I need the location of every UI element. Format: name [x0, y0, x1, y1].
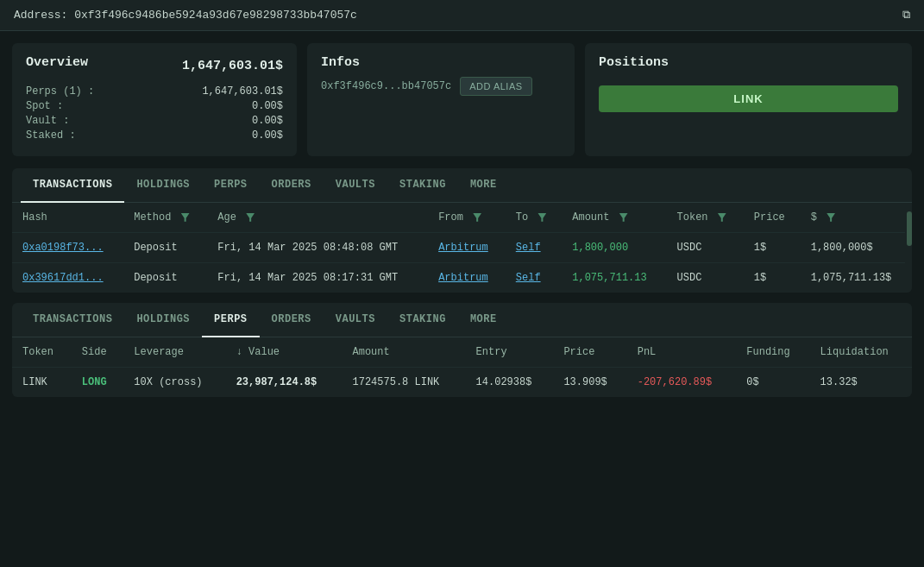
tab-vaults[interactable]: VAULTS: [324, 168, 387, 203]
perp-token-1: LINK: [12, 368, 72, 398]
col-price: Price: [744, 203, 801, 233]
tx-price-2: 1$: [744, 263, 801, 293]
tx-age-1: Fri, 14 Mar 2025 08:48:08 GMT: [207, 233, 428, 263]
token-filter-icon: [718, 213, 726, 222]
perp-price-1: 13.909$: [553, 368, 626, 398]
col-to[interactable]: To: [506, 203, 562, 233]
perps-tab-vaults[interactable]: VAULTS: [324, 303, 387, 337]
perp-side-1: LONG: [72, 368, 124, 398]
add-alias-button[interactable]: ADD ALIAS: [460, 77, 531, 96]
pcol-entry: Entry: [466, 337, 554, 368]
tx-token-1: USDC: [667, 233, 744, 263]
tx-amount-1: 1,800,000: [562, 233, 666, 263]
overview-row-spot: Spot : 0.00$: [26, 100, 283, 112]
tx-hash-1[interactable]: 0xa0198f73...: [12, 233, 123, 263]
perp-liquidation-1: 13.32$: [810, 368, 912, 398]
to-filter-icon: [537, 213, 546, 222]
perps-tab-staking[interactable]: STAKING: [387, 303, 458, 337]
pcol-token: Token: [12, 337, 72, 368]
tx-amount-2: 1,075,711.13: [562, 263, 666, 293]
perp-leverage-1: 10X (cross): [123, 368, 225, 398]
staked-label: Staked :: [26, 129, 76, 142]
tx-price-1: 1$: [744, 233, 801, 263]
transactions-table-wrapper: Hash Method Age From To Amount Token Pri…: [12, 203, 912, 293]
tab-holdings[interactable]: HOLDINGS: [124, 168, 202, 203]
infos-address-row: 0xf3f496c9...bb47057c ADD ALIAS: [321, 77, 561, 96]
spot-value: 0.00$: [252, 100, 283, 112]
overview-title: Overview: [26, 55, 88, 70]
tx-method-1: Deposit: [123, 233, 207, 263]
address-text: Address: 0xf3f496c9486be5924a93d67e98298…: [14, 9, 357, 22]
col-amount[interactable]: Amount: [562, 203, 666, 233]
perps-tab-transactions[interactable]: TRANSACTIONS: [21, 303, 124, 337]
tx-token-2: USDC: [667, 263, 744, 293]
pcol-value[interactable]: ↓ Value: [226, 337, 343, 368]
transactions-tabs: TRANSACTIONS HOLDINGS PERPS ORDERS VAULT…: [12, 168, 912, 203]
perp-entry-1: 14.02938$: [466, 368, 554, 398]
perps-tab-orders[interactable]: ORDERS: [260, 303, 324, 337]
tab-transactions[interactable]: TRANSACTIONS: [21, 168, 124, 203]
table-row: LINK LONG 10X (cross) 23,987,124.8$ 1724…: [12, 368, 912, 398]
perps-label: Perps (1) :: [26, 85, 94, 98]
col-hash: Hash: [12, 203, 123, 233]
scrollbar-track[interactable]: [905, 203, 912, 293]
tx-from-2[interactable]: Arbitrum: [428, 263, 506, 293]
pcol-funding: Funding: [736, 337, 809, 368]
pcol-price: Price: [553, 337, 626, 368]
cards-row: Overview 1,647,603.01$ Perps (1) : 1,647…: [0, 31, 924, 168]
tx-dollar-2: 1,075,711.13$: [801, 263, 912, 293]
perps-tabs: TRANSACTIONS HOLDINGS PERPS ORDERS VAULT…: [12, 303, 912, 337]
perp-pnl-1: -207,620.89$: [627, 368, 737, 398]
table-row: 0xa0198f73... Deposit Fri, 14 Mar 2025 0…: [12, 233, 912, 263]
overview-row-vault: Vault : 0.00$: [26, 115, 283, 127]
infos-title: Infos: [321, 55, 561, 70]
tab-staking[interactable]: STAKING: [387, 168, 458, 203]
link-button[interactable]: LINK: [599, 85, 898, 112]
pcol-amount: Amount: [343, 337, 466, 368]
col-method[interactable]: Method: [123, 203, 207, 233]
overview-card: Overview 1,647,603.01$ Perps (1) : 1,647…: [12, 43, 297, 156]
tx-dollar-1: 1,800,000$: [801, 233, 912, 263]
vault-label: Vault :: [26, 115, 69, 127]
address-bar: Address: 0xf3f496c9486be5924a93d67e98298…: [0, 0, 924, 31]
col-from[interactable]: From: [428, 203, 506, 233]
tx-hash-2[interactable]: 0x39617dd1...: [12, 263, 123, 293]
tx-to-2[interactable]: Self: [506, 263, 562, 293]
perps-tab-more[interactable]: MORE: [458, 303, 509, 337]
perps-tab-perps[interactable]: PERPS: [202, 303, 260, 337]
tx-age-2: Fri, 14 Mar 2025 08:17:31 GMT: [207, 263, 428, 293]
perp-value-1: 23,987,124.8$: [226, 368, 343, 398]
perps-tab-holdings[interactable]: HOLDINGS: [124, 303, 202, 337]
perps-table: Token Side Leverage ↓ Value Amount Entry…: [12, 337, 912, 397]
tab-perps[interactable]: PERPS: [202, 168, 260, 203]
amount-filter-icon: [619, 213, 628, 222]
overview-row-perps: Perps (1) : 1,647,603.01$: [26, 85, 283, 98]
col-token[interactable]: Token: [667, 203, 744, 233]
infos-card: Infos 0xf3f496c9...bb47057c ADD ALIAS: [307, 43, 575, 156]
col-age[interactable]: Age: [207, 203, 428, 233]
method-filter-icon: [181, 213, 190, 222]
staked-value: 0.00$: [252, 129, 283, 142]
infos-address-text: 0xf3f496c9...bb47057c: [321, 80, 451, 92]
tx-from-1[interactable]: Arbitrum: [428, 233, 506, 263]
perps-value: 1,647,603.01$: [202, 85, 283, 98]
tx-method-2: Deposit: [123, 263, 207, 293]
copy-icon[interactable]: ⧉: [902, 9, 910, 22]
tab-more[interactable]: MORE: [458, 168, 509, 203]
tx-to-1[interactable]: Self: [506, 233, 562, 263]
overview-total: 1,647,603.01$: [182, 59, 283, 73]
pcol-side: Side: [72, 337, 124, 368]
transactions-section: TRANSACTIONS HOLDINGS PERPS ORDERS VAULT…: [12, 168, 912, 293]
table-row: 0x39617dd1... Deposit Fri, 14 Mar 2025 0…: [12, 263, 912, 293]
scrollbar-thumb[interactable]: [907, 211, 912, 246]
positions-title: Positions: [599, 55, 898, 70]
tab-orders[interactable]: ORDERS: [260, 168, 324, 203]
transactions-table: Hash Method Age From To Amount Token Pri…: [12, 203, 912, 293]
from-filter-icon: [473, 213, 481, 222]
pcol-pnl: PnL: [627, 337, 737, 368]
spot-label: Spot :: [26, 100, 63, 112]
perp-funding-1: 0$: [736, 368, 809, 398]
perps-section: TRANSACTIONS HOLDINGS PERPS ORDERS VAULT…: [12, 303, 912, 397]
col-dollar[interactable]: $: [801, 203, 912, 233]
perp-amount-1: 1724575.8 LINK: [343, 368, 466, 398]
